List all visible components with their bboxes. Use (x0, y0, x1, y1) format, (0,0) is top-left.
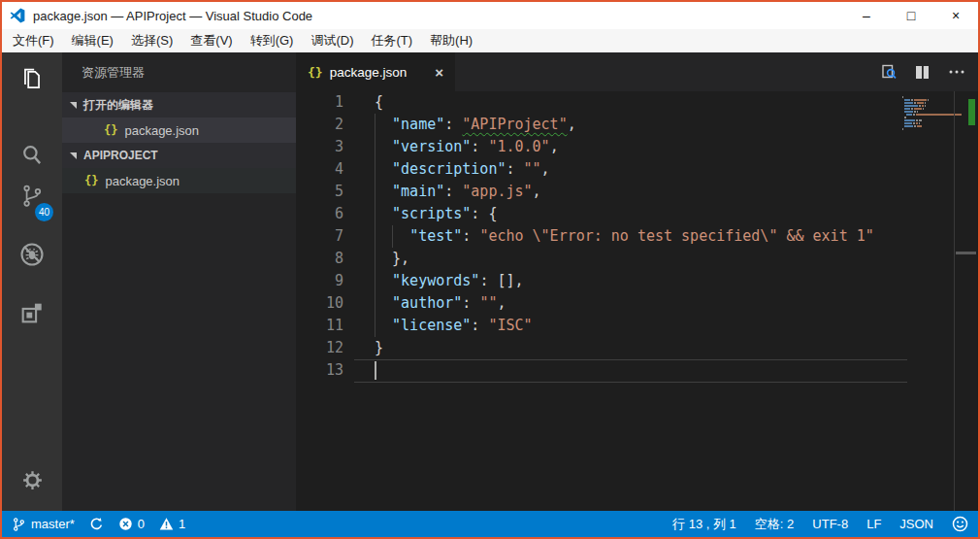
folder-apiproject-header[interactable]: APIPROJECT (62, 143, 296, 168)
window-title: package.json — APIProject — Visual Studi… (33, 9, 312, 23)
token: : (471, 138, 488, 155)
open-preview-icon[interactable] (880, 63, 898, 81)
line-content: "test": "echo \"Error: no test specified… (343, 225, 874, 248)
title-bar: package.json — APIProject — Visual Studi… (2, 2, 978, 29)
minimap-line (902, 122, 953, 124)
maximize-button[interactable]: □ (889, 2, 933, 29)
token: { (375, 93, 383, 111)
code-line-10[interactable]: 10 "author": "", (296, 292, 900, 315)
file-label: package.json (105, 174, 180, 188)
source-control-tab[interactable]: 40 (2, 173, 62, 219)
json-file-icon: {} (104, 123, 117, 137)
code-area[interactable]: 1{2 "name": "APIProject",3 "version": "1… (296, 91, 900, 382)
editor-content[interactable]: 1{2 "name": "APIProject",3 "version": "1… (296, 91, 978, 511)
code-line-6[interactable]: 6 "scripts": { (296, 203, 900, 225)
twistie-expanded-icon (70, 102, 77, 109)
menu-bar: 文件(F)编辑(E)选择(S)查看(V)转到(G)调试(D)任务(T)帮助(H) (2, 29, 978, 52)
search-tab[interactable] (2, 132, 62, 179)
status-encoding[interactable]: UTF-8 (812, 517, 848, 531)
line-content: "scripts": { (343, 203, 497, 225)
line-content: "keywords": [], (343, 270, 524, 292)
minimap-line (902, 99, 953, 101)
sync-icon (89, 517, 104, 531)
text-cursor (375, 361, 376, 380)
code-line-2[interactable]: 2 "name": "APIProject", (296, 114, 900, 136)
token: }, (392, 250, 409, 267)
line-content: "license": "ISC" (343, 315, 533, 337)
status-warnings-label: 1 (179, 517, 185, 531)
code-line-9[interactable]: 9 "keywords": [], (296, 270, 900, 292)
minimize-button[interactable]: – (844, 2, 889, 29)
vscode-logo-icon (10, 8, 25, 23)
token: : (471, 205, 488, 222)
line-content: "main": "app.js", (343, 181, 541, 203)
code-line-11[interactable]: 11 "license": "ISC" (296, 315, 900, 337)
status-language-mode-label: JSON (899, 517, 933, 531)
status-sync[interactable] (89, 517, 104, 531)
minimap-line (902, 128, 953, 130)
vscode-window: package.json — APIProject — Visual Studi… (0, 0, 980, 539)
token: { (488, 205, 497, 222)
code-line-1[interactable]: 1{ (296, 91, 900, 114)
sidebar-explorer: 资源管理器 打开的编辑器{}package.jsonAPIPROJECT{}pa… (62, 52, 296, 511)
close-button[interactable]: × (933, 2, 978, 29)
tab-close-icon[interactable]: × (435, 65, 443, 80)
token: "test" (409, 227, 462, 245)
token: "name" (392, 116, 444, 133)
explorer-package-json[interactable]: {}package.json (62, 168, 296, 193)
menu-item-4[interactable]: 查看(V) (181, 29, 241, 52)
token: "1.0.0" (488, 138, 549, 155)
menu-item-6[interactable]: 调试(D) (302, 29, 362, 52)
token (375, 205, 392, 222)
token: "main" (392, 183, 444, 200)
status-bar: master*01 行 13 , 列 1空格: 2UTF-8LFJSON (2, 511, 978, 537)
settings-button[interactable] (2, 456, 62, 503)
overview-marker-green (968, 99, 975, 125)
open-editor-package-json[interactable]: {}package.json (62, 118, 296, 143)
status-git-branch-label: master* (31, 517, 75, 531)
menu-item-5[interactable]: 转到(G) (242, 29, 303, 52)
token: , (541, 160, 550, 178)
menu-item-8[interactable]: 帮助(H) (421, 29, 481, 52)
code-line-12[interactable]: 12} (296, 337, 900, 359)
status-indentation[interactable]: 空格: 2 (755, 516, 794, 533)
overview-cursor-marker (956, 252, 976, 254)
files-icon (19, 67, 45, 92)
open-editors-header[interactable]: 打开的编辑器 (62, 92, 296, 118)
status-warnings[interactable]: 1 (159, 517, 185, 531)
menu-item-1[interactable]: 文件(F) (4, 29, 63, 52)
line-number: 6 (296, 203, 343, 225)
code-line-8[interactable]: 8 }, (296, 248, 900, 270)
explorer-tab[interactable] (2, 56, 62, 103)
status-feedback[interactable] (952, 516, 968, 532)
activity-bar: 40 (2, 52, 62, 511)
token: "keywords" (392, 272, 479, 289)
status-errors[interactable]: 0 (118, 517, 145, 531)
overview-ruler[interactable] (954, 91, 978, 511)
status-language-mode[interactable]: JSON (899, 517, 933, 531)
token: "description" (392, 160, 506, 178)
code-line-4[interactable]: 4 "description": "", (296, 158, 900, 181)
minimap-line (902, 105, 953, 107)
menu-item-2[interactable]: 编辑(E) (63, 29, 122, 52)
code-line-5[interactable]: 5 "main": "app.js", (296, 181, 900, 203)
token: "APIProject" (462, 116, 567, 133)
tab-package-json[interactable]: {} package.json × (296, 52, 455, 91)
token: , (497, 294, 506, 312)
code-line-3[interactable]: 3 "version": "1.0.0", (296, 136, 900, 158)
status-git-branch[interactable]: master* (12, 517, 75, 532)
extensions-tab[interactable] (2, 289, 62, 336)
debug-tab[interactable] (2, 231, 62, 278)
menu-item-3[interactable]: 选择(S) (122, 29, 181, 52)
menu-item-7[interactable]: 任务(T) (362, 29, 421, 52)
split-editor-icon[interactable] (914, 64, 931, 81)
more-actions-icon[interactable] (947, 63, 966, 81)
line-number: 13 (296, 359, 343, 382)
status-eol[interactable]: LF (866, 517, 881, 531)
minimap[interactable] (902, 96, 953, 134)
code-line-7[interactable]: 7 "test": "echo \"Error: no test specifi… (296, 225, 900, 248)
token: : (444, 183, 462, 200)
token: "" (479, 294, 497, 312)
status-cursor-position[interactable]: 行 13 , 列 1 (672, 516, 736, 533)
current-line-highlight (354, 359, 907, 383)
